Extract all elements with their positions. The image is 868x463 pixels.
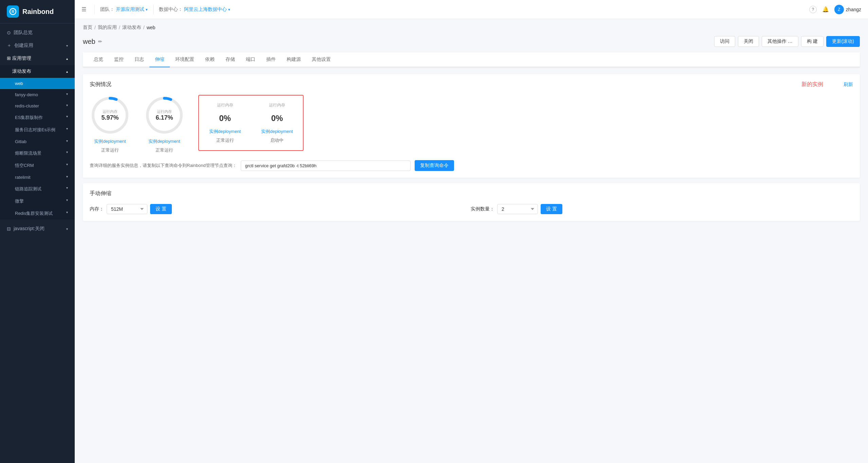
svg-text:R: R [12,10,14,14]
content-area: 首页 / 我的应用 / 滚动发布 / web web ✏ 访问 关闭 其他操作 … [75,19,868,463]
new-inst-1-mem-label: 运行内存 [217,102,233,108]
breadcrumb-current: web [147,25,156,30]
breadcrumb-my-apps[interactable]: 我的应用 [98,24,117,31]
help-icon[interactable]: ? [809,6,817,13]
tab-plugins[interactable]: 插件 [261,52,281,67]
tab-env[interactable]: 环境配置 [170,52,200,67]
instances-row: 运行内存 5.97% 实例deployment 正常运行 [90,95,853,153]
tab-overview[interactable]: 总览 [88,52,109,67]
new-inst-1-status: 正常运行 [216,137,234,143]
memory-group: 内存： 128M 256M 512M 1G 2G 4G 设 置 [90,204,172,214]
sidebar-item-redis-cluster[interactable]: redis-cluster ▾ [0,100,75,112]
sidebar-item-fanyy-demo[interactable]: fanyy-demo ▾ [0,89,75,100]
sidebar-item-ratelimit[interactable]: ratelimit ▾ [0,172,75,183]
copy-command-button[interactable]: 复制查询命令 [415,160,454,171]
main-area: ☰ 团队： 开源应用测试 ▾ 数据中心： 阿里云上海数据中心 ▾ ? 🔔 Z z… [75,0,868,463]
edit-icon[interactable]: ✏ [98,39,102,44]
sidebar-item-circuit-breaker[interactable]: 熔断限流场景 ▾ [0,147,75,159]
sidebar-item-log-es[interactable]: 服务日志对接Es示例 ▾ [0,124,75,136]
instance-card-title: 实例情况 [90,81,111,88]
topbar-team-link[interactable]: 开源应用测试 [116,6,144,12]
sidebar-item-web[interactable]: web [0,78,75,89]
instance-item-1: 运行内存 5.97% 实例deployment 正常运行 [90,95,130,153]
chevron-right-icon-10: ▾ [66,198,68,202]
update-button[interactable]: 更新(滚动) [826,36,860,47]
sidebar-item-es-cluster[interactable]: ES集群版制作 ▾ [0,112,75,124]
new-instance-label: 新的实例 [801,81,823,88]
sidebar-item-rolling-deploy[interactable]: 滚动发布 ▴ [0,65,75,78]
new-instance-1: 运行内存 0% 实例deployment 正常运行 [209,102,241,143]
other-ops-button[interactable]: 其他操作 … [762,36,798,47]
tab-ports[interactable]: 端口 [240,52,261,67]
topbar-right: ? 🔔 Z zhangz [809,5,861,14]
hamburger-icon[interactable]: ☰ [82,6,86,13]
instance-count-label: 实例数量： [471,206,494,212]
sidebar-item-team-overview[interactable]: ⊙ 团队总览 [0,26,75,39]
sidebar-item-bottom[interactable]: ⊟ javascript:关闭 ▾ [0,222,75,235]
instance-card-header: 实例情况 新的实例 刷新 [90,81,853,88]
scaling-card: 手动伸缩 内存： 128M 256M 512M 1G 2G 4G 设 置 [83,183,860,221]
chevron-up-icon: ▴ [66,57,68,61]
query-row: 查询详细的服务实例信息，请复制以下查询命令到Rainbond管理节点查询： 复制… [90,160,853,171]
chevron-right-icon-11: ▾ [66,210,68,214]
memory-select[interactable]: 128M 256M 512M 1G 2G 4G [107,204,147,214]
close-button[interactable]: 关闭 [738,36,759,47]
tab-monitor[interactable]: 监控 [109,52,129,67]
sidebar-menu: ⊙ 团队总览 ＋ 创建应用 ▾ ⊞ 应用管理 ▴ 滚动发布 ▴ [0,23,75,463]
topbar-team: 团队： 开源应用测试 ▾ [100,6,148,13]
sidebar-item-gitlab[interactable]: Gitlab ▾ [0,136,75,147]
tab-deps[interactable]: 依赖 [200,52,220,67]
bell-icon[interactable]: 🔔 [822,6,829,13]
refresh-button[interactable]: 刷新 [844,82,853,88]
new-inst-2-link[interactable]: 实例deployment [261,128,293,135]
breadcrumb-sep-2: / [119,25,120,30]
new-inst-1-link[interactable]: 实例deployment [209,128,241,135]
query-input[interactable] [241,160,411,171]
tab-log[interactable]: 日志 [129,52,149,67]
page-title-row: web ✏ [83,38,102,46]
sidebar-item-app-management[interactable]: ⊞ 应用管理 ▴ [0,52,75,65]
build-button[interactable]: 构 建 [801,36,824,47]
instance-count-select[interactable]: 1 2 3 4 5 [497,204,538,214]
chevron-right-icon-4: ▾ [66,127,68,131]
chevron-right-icon-5: ▾ [66,139,68,143]
topbar: ☰ 团队： 开源应用测试 ▾ 数据中心： 阿里云上海数据中心 ▾ ? 🔔 Z z… [75,0,868,19]
chevron-down-icon-2: ▾ [66,227,68,231]
sidebar-item-redis-test[interactable]: Redis集群安装测试 ▾ [0,207,75,220]
tab-build-source[interactable]: 构建源 [281,52,306,67]
sidebar-item-wukong-crm[interactable]: 悟空CRM ▾ [0,159,75,172]
sidebar-item-trace[interactable]: 链路追踪测试 ▾ [0,183,75,195]
tab-other-settings[interactable]: 其他设置 [306,52,336,67]
chevron-down-icon: ▾ [66,44,68,48]
breadcrumb: 首页 / 我的应用 / 滚动发布 / web [83,24,860,31]
tab-storage[interactable]: 存储 [220,52,240,67]
sidebar-item-weixin[interactable]: 微擎 ▾ [0,195,75,207]
new-inst-1-value: 0% [219,114,231,123]
new-inst-2-value: 0% [271,114,283,123]
new-instance-2: 运行内存 0% 实例deployment 启动中 [261,102,293,143]
visit-button[interactable]: 访问 [714,36,735,47]
instance-set-button[interactable]: 设 置 [541,204,562,214]
memory-set-button[interactable]: 设 置 [150,204,172,214]
new-instances-box: 运行内存 0% 实例deployment 正常运行 运行内存 0% 实例depl… [198,95,304,151]
instance-1-link[interactable]: 实例deployment [94,138,126,144]
chevron-right-icon-3: ▾ [66,115,68,118]
breadcrumb-sep-1: / [94,25,96,30]
bottom-icon: ⊟ [7,226,11,231]
create-app-icon: ＋ [7,42,12,49]
instance-circle-2: 运行内存 6.17% [144,95,185,136]
instance-2-value: 6.17% [156,114,173,121]
team-overview-icon: ⊙ [7,30,11,35]
topbar-datacenter: 数据中心： 阿里云上海数据中心 ▾ [159,6,230,13]
chevron-right-icon-8: ▾ [66,175,68,178]
tab-scaling[interactable]: 伸缩 [149,52,170,67]
page-title: web [83,38,95,46]
scaling-row: 内存： 128M 256M 512M 1G 2G 4G 设 置 实 [90,204,853,214]
topbar-user[interactable]: Z zhangz [834,5,861,14]
sidebar-item-create-app[interactable]: ＋ 创建应用 ▾ [0,39,75,52]
breadcrumb-rolling[interactable]: 滚动发布 [122,24,141,31]
instance-2-link[interactable]: 实例deployment [148,138,180,144]
breadcrumb-home[interactable]: 首页 [83,24,92,31]
instance-1-value: 5.97% [101,114,119,121]
topbar-datacenter-link[interactable]: 阿里云上海数据中心 [184,6,227,12]
